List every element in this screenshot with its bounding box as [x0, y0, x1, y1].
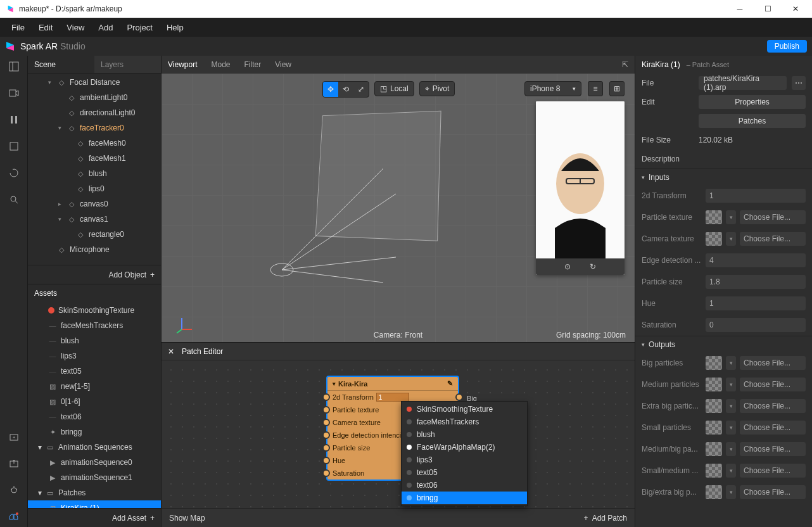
asset-item[interactable]: ―text05	[28, 364, 161, 379]
picker-item[interactable]: blush	[402, 428, 527, 441]
file-more-button[interactable]: ⋯	[792, 76, 806, 90]
settings-icon[interactable]: ⊞	[609, 81, 625, 96]
texture-swatch[interactable]	[706, 378, 722, 391]
list-icon[interactable]: ≡	[588, 81, 603, 96]
add-patch-button[interactable]: +Add Patch	[584, 514, 627, 523]
scene-item[interactable]: ▾◇canvas1	[28, 212, 161, 227]
scene-item[interactable]: ▾◇Focal Distance	[28, 75, 161, 90]
chevron-down-icon[interactable]: ▾	[726, 210, 736, 224]
scene-item[interactable]: ◇blush	[28, 166, 161, 181]
choose-file-button[interactable]: Choose File...	[740, 399, 806, 413]
add-object-button[interactable]: Add Object+	[28, 265, 161, 284]
outputs-section[interactable]: ▾Outputs	[635, 336, 812, 352]
choose-file-button[interactable]: Choose File...	[740, 421, 806, 435]
file-value[interactable]: patches/KiraKira (1).arp	[699, 76, 787, 90]
texture-swatch[interactable]	[706, 356, 722, 370]
number-input[interactable]: 0	[706, 318, 806, 332]
minimize-button[interactable]: ─	[726, 0, 754, 18]
scene-item[interactable]: ▾◇faceTracker0	[28, 120, 161, 136]
square-icon[interactable]	[8, 141, 20, 152]
picker-item[interactable]: lips3	[402, 454, 527, 466]
asset-item[interactable]: ▨new[1-5]	[28, 379, 161, 394]
texture-swatch[interactable]	[706, 399, 722, 413]
number-input[interactable]: 1	[706, 296, 806, 310]
asset-item[interactable]: ▨0[1-6]	[28, 394, 161, 409]
close-button[interactable]: ✕	[782, 0, 809, 18]
picker-item[interactable]: faceMeshTrackers	[402, 416, 527, 428]
number-input[interactable]: 1.8	[706, 275, 806, 289]
scene-item[interactable]: ◇rectangle0	[28, 227, 161, 242]
library-icon[interactable]	[8, 511, 20, 522]
asset-item[interactable]: ▶animationSequence0	[28, 455, 161, 470]
move-tool[interactable]: ✥	[323, 82, 338, 97]
choose-file-button[interactable]: Choose File...	[740, 464, 806, 478]
scene-tree[interactable]: ▾◇Focal Distance◇ambientLight0◇direction…	[28, 73, 161, 265]
choose-file-button[interactable]: Choose File...	[740, 442, 806, 456]
layout-icon[interactable]	[8, 61, 20, 72]
capture-icon[interactable]: ⊙	[564, 262, 571, 271]
menu-add[interactable]: Add	[92, 20, 119, 35]
menu-project[interactable]: Project	[120, 20, 158, 35]
device-select[interactable]: iPhone 8▾	[524, 81, 581, 96]
scene-item[interactable]: ▸◇canvas0	[28, 196, 161, 212]
asset-item[interactable]: ―text06	[28, 409, 161, 424]
menu-help[interactable]: Help	[160, 20, 190, 35]
upload-icon[interactable]	[8, 457, 20, 469]
choose-file-button[interactable]: Choose File...	[740, 485, 806, 499]
scene-item[interactable]: ◇ambientLight0	[28, 90, 161, 105]
popout-icon[interactable]: ⇱	[622, 60, 628, 69]
asset-item[interactable]: ―faceMeshTrackers	[28, 318, 161, 333]
viewport-view[interactable]: View	[275, 60, 291, 69]
asset-item[interactable]: ▶animationSequence1	[28, 470, 161, 485]
picker-item[interactable]: text06	[402, 479, 527, 492]
asset-item-selected[interactable]: ⊞KiraKira (1)	[28, 500, 161, 508]
choose-file-button[interactable]: Choose File...	[740, 232, 806, 246]
chevron-down-icon[interactable]: ▾	[726, 421, 736, 435]
chevron-down-icon[interactable]: ▾	[726, 485, 736, 499]
patches-button[interactable]: Patches	[699, 114, 806, 128]
texture-swatch[interactable]	[706, 421, 722, 435]
choose-file-button[interactable]: Choose File...	[740, 356, 806, 370]
asset-group-patches[interactable]: ▾▭Patches	[28, 485, 161, 500]
search-icon[interactable]	[8, 194, 20, 205]
texture-swatch[interactable]	[706, 232, 722, 246]
texture-swatch[interactable]	[706, 464, 722, 478]
publish-button[interactable]: Publish	[767, 40, 807, 53]
picker-item[interactable]: SkinSmoothingTexture	[402, 403, 527, 416]
local-toggle[interactable]: ◳Local	[374, 81, 414, 96]
scene-item[interactable]: ◇lips0	[28, 181, 161, 196]
pause-icon[interactable]	[8, 114, 20, 125]
menu-file[interactable]: File	[5, 20, 31, 35]
texture-swatch[interactable]	[706, 442, 722, 456]
number-input[interactable]: 4	[706, 253, 806, 267]
tab-layers[interactable]: Layers	[94, 56, 161, 73]
bug-icon[interactable]	[8, 484, 20, 495]
chevron-down-icon[interactable]: ▾	[726, 378, 736, 391]
inputs-section[interactable]: ▾Inputs	[635, 168, 812, 185]
menu-edit[interactable]: Edit	[32, 20, 59, 35]
node-2dtransform-input[interactable]	[376, 393, 409, 402]
camera-icon[interactable]	[8, 87, 20, 99]
asset-tree[interactable]: SkinSmoothingTexture―faceMeshTrackers―bl…	[28, 302, 161, 508]
choose-file-button[interactable]: Choose File...	[740, 210, 806, 224]
scene-item[interactable]: ◇Microphone	[28, 242, 161, 257]
texture-swatch[interactable]	[706, 485, 722, 499]
asset-item[interactable]: ✦bringg	[28, 424, 161, 440]
viewport-mode[interactable]: Mode	[211, 60, 230, 69]
show-map-button[interactable]: Show Map	[169, 514, 205, 523]
add-asset-button[interactable]: Add Asset+	[28, 508, 161, 527]
pencil-icon[interactable]: ✎	[447, 379, 453, 388]
picker-item[interactable]: text05	[402, 466, 527, 479]
asset-item[interactable]: ―lips3	[28, 348, 161, 364]
chevron-down-icon[interactable]: ▾	[726, 356, 736, 370]
choose-file-button[interactable]: Choose File...	[740, 378, 806, 391]
pivot-toggle[interactable]: ⌖Pivot	[419, 81, 455, 96]
chevron-down-icon[interactable]: ▾	[726, 442, 736, 456]
asset-item[interactable]: ―blush	[28, 333, 161, 348]
scale-tool[interactable]: ⤢	[353, 82, 369, 97]
texture-swatch[interactable]	[706, 210, 722, 224]
properties-button[interactable]: Properties	[699, 95, 806, 109]
chevron-down-icon[interactable]: ▾	[726, 464, 736, 478]
tab-scene[interactable]: Scene	[28, 56, 94, 73]
texture-picker-popup[interactable]: SkinSmoothingTexturefaceMeshTrackersblus…	[401, 401, 528, 506]
